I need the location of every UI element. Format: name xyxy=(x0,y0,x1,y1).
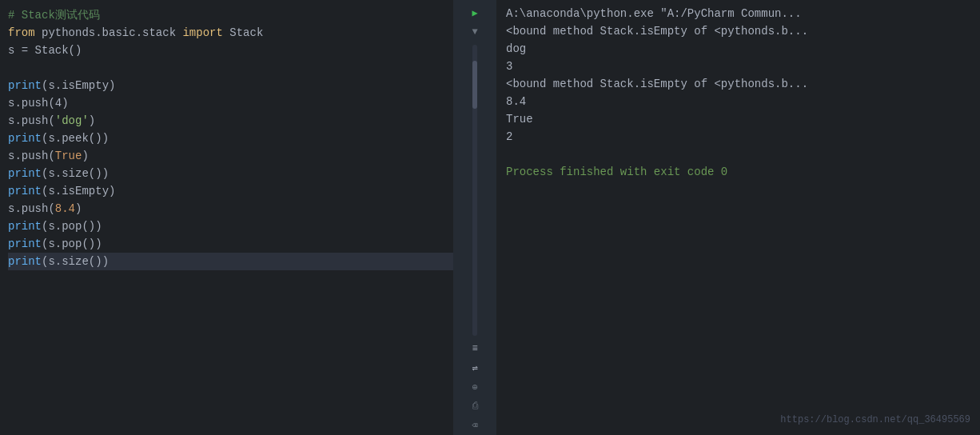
output-line: 2 xyxy=(506,128,970,146)
output-line: <bound method Stack.isEmpty of <pythonds… xyxy=(506,75,970,93)
output-line: Process finished with exit code 0 xyxy=(506,163,970,181)
output-line: 8.4 xyxy=(506,93,970,110)
output-line: <bound method Stack.isEmpty of <pythonds… xyxy=(506,22,970,40)
step-icon[interactable]: ▼ xyxy=(467,24,483,40)
print-icon[interactable]: ⎙ xyxy=(467,398,483,414)
code-area: # Stack测试代码from pythonds.basic.stack imp… xyxy=(0,0,453,277)
watermark: https://blog.csdn.net/qq_36495569 xyxy=(780,411,970,429)
code-line: s.push('dog') xyxy=(8,112,453,130)
scrollbar-thumb[interactable] xyxy=(472,61,477,109)
align-icon[interactable]: ⇌ xyxy=(467,360,483,376)
output-line: True xyxy=(506,110,970,128)
code-line xyxy=(8,59,453,77)
scrollbar-track[interactable] xyxy=(472,45,477,336)
code-line: print(s.peek()) xyxy=(8,130,453,147)
output-line: A:\anaconda\python.exe "A:/PyCharm Commu… xyxy=(506,5,970,22)
code-line: s.push(8.4) xyxy=(8,200,453,218)
output-panel: A:\anaconda\python.exe "A:/PyCharm Commu… xyxy=(496,0,980,435)
code-line: # Stack测试代码 xyxy=(8,6,453,24)
code-line: s = Stack() xyxy=(8,42,453,59)
lines-icon[interactable]: ≡ xyxy=(467,341,483,357)
code-line: print(s.isEmpty) xyxy=(8,182,453,200)
gutter-panel: ▶ ▼ ≡ ⇌ ⊕ ⎙ ⌫ xyxy=(453,0,496,435)
code-line: s.push(True) xyxy=(8,147,453,165)
code-line: print(s.pop()) xyxy=(8,235,453,253)
output-line: dog xyxy=(506,40,970,58)
trash-icon[interactable]: ⌫ xyxy=(467,417,483,433)
code-line: print(s.pop()) xyxy=(8,218,453,235)
output-line: 3 xyxy=(506,58,970,75)
pin-icon[interactable]: ⊕ xyxy=(467,379,483,395)
code-line: print(s.size()) xyxy=(8,165,453,182)
output-line xyxy=(506,146,970,163)
editor-panel: # Stack测试代码from pythonds.basic.stack imp… xyxy=(0,0,453,435)
run-icon[interactable]: ▶ xyxy=(467,5,483,21)
code-line: from pythonds.basic.stack import Stack xyxy=(8,24,453,42)
code-line: print(s.isEmpty) xyxy=(8,77,453,94)
code-line: s.push(4) xyxy=(8,94,453,112)
code-line: print(s.size()) xyxy=(8,253,453,270)
